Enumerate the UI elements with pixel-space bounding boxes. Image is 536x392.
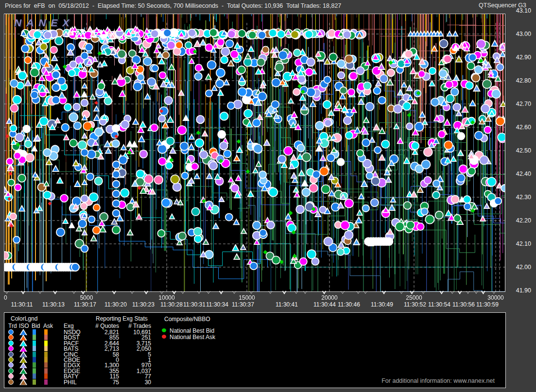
price-axis-label: 42.20 bbox=[509, 217, 531, 224]
nbbo-dot-icon bbox=[162, 335, 166, 339]
iso-triangle-icon bbox=[19, 329, 27, 335]
legend-col-header-iso: ISO bbox=[19, 323, 29, 329]
time-tick-label: 11:30:44 bbox=[313, 301, 336, 308]
nbbo-title: Composite/NBBO bbox=[164, 316, 210, 323]
record-tick-label: 20000 bbox=[321, 294, 337, 301]
iso-triangle-fill bbox=[20, 380, 26, 385]
quotes-value: 75 bbox=[81, 379, 119, 386]
ask-swatch bbox=[44, 329, 48, 335]
ask-swatch bbox=[44, 374, 48, 379]
record-tick-label: 10000 bbox=[158, 294, 174, 301]
time-tick-label: 11:30:23 bbox=[132, 301, 155, 308]
trades-value: 30 bbox=[116, 379, 151, 386]
footer-note: For additional information: www.nanex.ne… bbox=[381, 377, 495, 384]
time-tick-label: 11:30:49 bbox=[371, 301, 393, 308]
stats-col-header-exg: Exg bbox=[64, 323, 74, 329]
bid-swatch bbox=[33, 352, 36, 357]
ask-swatch bbox=[44, 346, 48, 351]
price-axis-label: 42.00 bbox=[509, 264, 531, 271]
record-tick-label: 0 bbox=[4, 294, 7, 301]
time-tick-label: 11:30:31 bbox=[183, 301, 206, 308]
record-tick-label: 5000 bbox=[80, 294, 93, 301]
price-chart-canvas[interactable] bbox=[4, 14, 505, 291]
trd-circle-icon bbox=[8, 374, 14, 379]
window-title: Prices for eFB on 05/18/2012 - Elapsed T… bbox=[5, 2, 341, 9]
stats-col-header-quotes: # Quotes bbox=[81, 323, 119, 329]
trd-circle-icon bbox=[8, 379, 14, 385]
legend-panel: ColorLgnd Reporting Exg Stats TrdISOBidA… bbox=[4, 312, 506, 388]
iso-triangle-icon bbox=[19, 373, 27, 379]
stats-title: Reporting Exg Stats bbox=[96, 315, 148, 322]
time-tick-label: 11:30:28 bbox=[160, 301, 183, 308]
bid-swatch bbox=[33, 335, 36, 340]
price-axis-label: 42.10 bbox=[509, 240, 531, 247]
trd-circle-icon bbox=[8, 335, 14, 340]
trd-circle-icon bbox=[8, 368, 14, 374]
trd-circle-icon bbox=[8, 329, 14, 335]
price-axis-label: 42.70 bbox=[509, 101, 531, 107]
qtsequencer-window: { "titlebar": { "title": "Prices for eFB… bbox=[0, 0, 536, 392]
ask-swatch bbox=[44, 341, 48, 346]
trd-circle-icon bbox=[8, 346, 14, 351]
price-axis-label: 42.30 bbox=[509, 194, 531, 201]
legend-title: ColorLgnd bbox=[11, 315, 37, 322]
price-axis-label: 43.10 bbox=[509, 7, 531, 14]
stats-col-header-trades: # Trades bbox=[116, 323, 151, 329]
price-axis-label: 43.00 bbox=[509, 31, 531, 37]
price-axis-label: 42.80 bbox=[509, 77, 531, 84]
exchange-name: PHIL bbox=[64, 379, 77, 386]
record-tick-label: 30000 bbox=[487, 294, 503, 301]
legend-col-header-bid: Bid bbox=[32, 323, 40, 329]
price-chart-frame: NANEX bbox=[4, 14, 505, 292]
iso-triangle-icon bbox=[19, 345, 27, 352]
legend-col-header-trd: Trd bbox=[8, 323, 17, 329]
time-tick-label: 11:30:52 bbox=[404, 301, 426, 308]
price-axis-label: 42.60 bbox=[509, 124, 531, 131]
nbbo-dot-icon bbox=[162, 328, 166, 332]
bid-swatch bbox=[33, 346, 36, 351]
ask-swatch bbox=[44, 335, 48, 340]
trd-circle-icon bbox=[8, 352, 14, 357]
time-tick-label: 11:30:11 bbox=[11, 301, 33, 308]
iso-triangle-icon bbox=[19, 357, 27, 363]
time-tick-label: 11:30:17 bbox=[74, 301, 96, 308]
bid-swatch bbox=[33, 368, 36, 374]
iso-triangle-icon bbox=[19, 351, 27, 358]
ask-swatch bbox=[44, 379, 48, 385]
record-tick-label: 15000 bbox=[239, 294, 255, 301]
time-tick-label: 11:30:37 bbox=[232, 301, 254, 308]
trd-circle-icon bbox=[8, 341, 14, 346]
time-tick-label: 11:30:56 bbox=[452, 301, 475, 308]
bid-swatch bbox=[33, 329, 36, 335]
time-tick-label: 11:30:34 bbox=[206, 301, 228, 308]
time-tick-label: 11:30:54 bbox=[428, 301, 450, 308]
iso-triangle-icon bbox=[19, 379, 27, 385]
bid-swatch bbox=[33, 379, 36, 385]
bid-swatch bbox=[33, 362, 36, 368]
legend-col-header-ask: Ask bbox=[43, 323, 53, 329]
bid-swatch bbox=[33, 357, 36, 362]
price-axis-label: 42.90 bbox=[509, 54, 531, 61]
time-tick-label: 11:30:46 bbox=[338, 301, 360, 308]
time-tick-label: 11:30:59 bbox=[476, 301, 499, 308]
nbbo-label: National Best Bid bbox=[170, 327, 214, 334]
iso-triangle-icon bbox=[19, 334, 27, 341]
price-axis-label: 42.40 bbox=[509, 170, 531, 177]
time-tick-label: 11:30:20 bbox=[104, 301, 127, 308]
ask-swatch bbox=[44, 357, 48, 362]
bid-swatch bbox=[33, 374, 36, 379]
price-axis-label: 41.90 bbox=[509, 287, 531, 294]
ask-swatch bbox=[44, 362, 48, 368]
record-tick-label: 25000 bbox=[406, 294, 422, 301]
price-axis-label: 42.50 bbox=[509, 147, 531, 154]
trd-circle-icon bbox=[8, 357, 14, 362]
ask-swatch bbox=[44, 352, 48, 357]
ask-swatch bbox=[44, 368, 48, 374]
time-tick-label: 11:30:13 bbox=[42, 301, 65, 308]
bid-swatch bbox=[33, 341, 36, 346]
iso-triangle-icon bbox=[19, 362, 27, 368]
trd-circle-icon bbox=[8, 362, 14, 368]
legend-row-phil: PHIL7530 bbox=[4, 379, 160, 385]
iso-triangle-icon bbox=[19, 368, 27, 374]
iso-triangle-icon bbox=[19, 340, 27, 346]
